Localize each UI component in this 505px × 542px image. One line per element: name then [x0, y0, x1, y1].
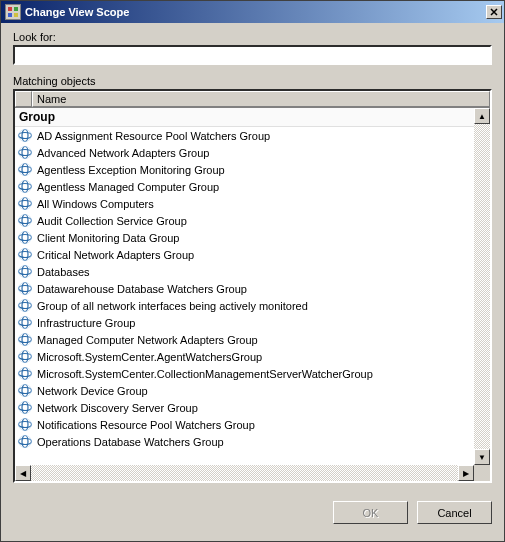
scroll-down-button[interactable]: ▼ — [474, 449, 490, 465]
app-icon — [5, 4, 21, 20]
svg-point-9 — [19, 147, 32, 159]
list-item-label: Microsoft.SystemCenter.CollectionManagem… — [37, 368, 373, 380]
horizontal-scrollbar[interactable]: ◀ ▶ — [15, 465, 474, 481]
list-item[interactable]: Group of all network interfaces being ac… — [15, 297, 474, 314]
list-item[interactable]: Datawarehouse Database Watchers Group — [15, 280, 474, 297]
list-item[interactable]: Network Device Group — [15, 382, 474, 399]
svg-point-16 — [19, 201, 32, 207]
title-bar: Change View Scope — [1, 1, 504, 23]
vertical-scrollbar[interactable]: ▲ ▼ — [474, 108, 490, 465]
svg-point-34 — [19, 303, 32, 309]
list-item[interactable]: AD Assignment Resource Pool Watchers Gro… — [15, 127, 474, 144]
cancel-button[interactable]: Cancel — [417, 501, 492, 524]
group-icon — [17, 384, 33, 397]
button-row: OK Cancel — [1, 491, 504, 524]
list-item-label: Agentless Managed Computer Group — [37, 181, 219, 193]
svg-point-52 — [19, 405, 32, 411]
svg-point-33 — [19, 283, 32, 295]
list-item-label: Network Discovery Server Group — [37, 402, 198, 414]
svg-point-12 — [19, 164, 32, 176]
close-button[interactable] — [486, 5, 502, 19]
list-item[interactable]: Audit Collection Service Group — [15, 212, 474, 229]
svg-point-53 — [22, 402, 28, 414]
list-item-label: Databases — [37, 266, 90, 278]
svg-point-5 — [22, 130, 28, 142]
svg-point-40 — [19, 337, 32, 343]
group-icon — [17, 180, 33, 193]
column-icon[interactable] — [15, 91, 32, 107]
svg-point-51 — [19, 385, 32, 397]
svg-point-4 — [19, 133, 32, 139]
svg-rect-1 — [14, 7, 18, 11]
group-icon — [17, 129, 33, 142]
svg-point-43 — [19, 354, 32, 360]
svg-point-30 — [19, 266, 32, 278]
list-item-label: Managed Computer Network Adapters Group — [37, 334, 258, 346]
group-icon — [17, 214, 33, 227]
svg-point-37 — [19, 320, 32, 326]
list-item-label: Operations Database Watchers Group — [37, 436, 224, 448]
group-icon — [17, 146, 33, 159]
list-item[interactable]: Client Monitoring Data Group — [15, 229, 474, 246]
group-icon — [17, 367, 33, 380]
svg-point-57 — [19, 419, 32, 431]
svg-point-14 — [22, 181, 28, 193]
list-item[interactable]: Databases — [15, 263, 474, 280]
svg-point-7 — [19, 150, 32, 156]
list-item[interactable]: Agentless Managed Computer Group — [15, 178, 474, 195]
svg-point-32 — [22, 283, 28, 295]
svg-point-17 — [22, 198, 28, 210]
svg-point-38 — [22, 317, 28, 329]
list-item[interactable]: Microsoft.SystemCenter.AgentWatchersGrou… — [15, 348, 474, 365]
svg-point-24 — [19, 232, 32, 244]
list-item-label: Audit Collection Service Group — [37, 215, 187, 227]
list-item[interactable]: Advanced Network Adapters Group — [15, 144, 474, 161]
list-item-label: Client Monitoring Data Group — [37, 232, 179, 244]
list-item[interactable]: Network Discovery Server Group — [15, 399, 474, 416]
svg-point-21 — [19, 215, 32, 227]
window-title: Change View Scope — [25, 6, 486, 18]
list-item-label: Group of all network interfaces being ac… — [37, 300, 308, 312]
group-icon — [17, 350, 33, 363]
list-item-label: Agentless Exception Monitoring Group — [37, 164, 225, 176]
svg-point-47 — [22, 368, 28, 380]
svg-point-55 — [19, 422, 32, 428]
svg-point-45 — [19, 351, 32, 363]
list-item-label: Notifications Resource Pool Watchers Gro… — [37, 419, 255, 431]
ok-button[interactable]: OK — [333, 501, 408, 524]
list-item[interactable]: All Windows Computers — [15, 195, 474, 212]
scroll-up-button[interactable]: ▲ — [474, 108, 490, 124]
scroll-right-button[interactable]: ▶ — [458, 465, 474, 481]
svg-rect-2 — [8, 13, 12, 17]
group-icon — [17, 282, 33, 295]
group-icon — [17, 248, 33, 261]
list-item[interactable]: Agentless Exception Monitoring Group — [15, 161, 474, 178]
list-item[interactable]: Critical Network Adapters Group — [15, 246, 474, 263]
svg-point-49 — [19, 388, 32, 394]
list-item[interactable]: Infrastructure Group — [15, 314, 474, 331]
group-icon — [17, 316, 33, 329]
svg-point-60 — [19, 436, 32, 448]
look-for-input[interactable] — [13, 45, 492, 65]
list-item-label: Critical Network Adapters Group — [37, 249, 194, 261]
list-item[interactable]: Notifications Resource Pool Watchers Gro… — [15, 416, 474, 433]
list-view: Name Group AD Assignment Resource Pool W… — [13, 89, 492, 483]
group-icon — [17, 197, 33, 210]
column-name[interactable]: Name — [32, 91, 490, 107]
list-item-label: Network Device Group — [37, 385, 148, 397]
svg-point-54 — [19, 402, 32, 414]
group-icon — [17, 265, 33, 278]
look-for-label: Look for: — [13, 31, 492, 43]
svg-point-50 — [22, 385, 28, 397]
svg-point-18 — [19, 198, 32, 210]
scroll-left-button[interactable]: ◀ — [15, 465, 31, 481]
svg-point-46 — [19, 371, 32, 377]
matching-objects-label: Matching objects — [13, 75, 492, 87]
list-item[interactable]: Operations Database Watchers Group — [15, 433, 474, 450]
list-item[interactable]: Managed Computer Network Adapters Group — [15, 331, 474, 348]
scroll-track-horizontal[interactable] — [31, 465, 458, 481]
svg-point-26 — [22, 249, 28, 261]
scroll-track-vertical[interactable] — [474, 124, 490, 449]
list-item[interactable]: Microsoft.SystemCenter.CollectionManagem… — [15, 365, 474, 382]
svg-point-27 — [19, 249, 32, 261]
